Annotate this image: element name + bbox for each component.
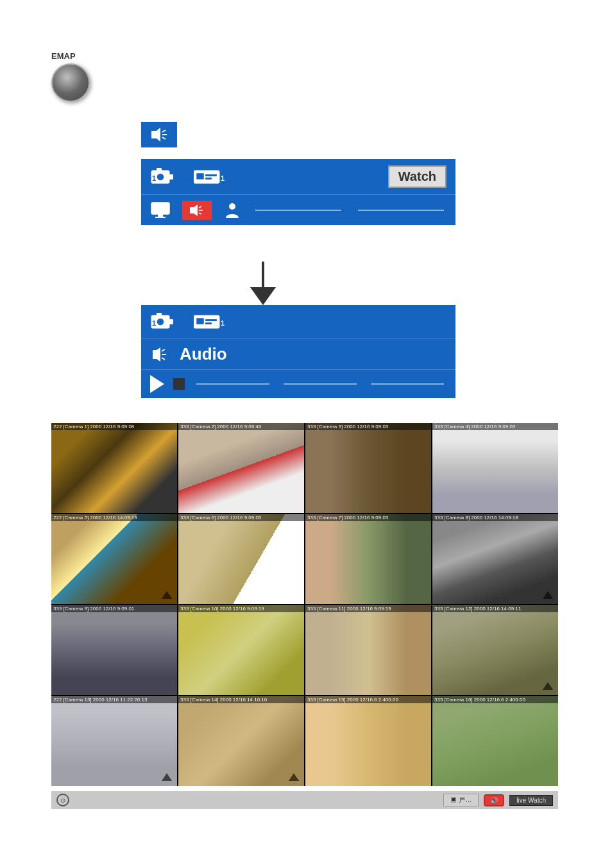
svg-line-20 xyxy=(199,206,201,208)
svg-text:1: 1 xyxy=(221,174,225,182)
panel-after: 1 1 Audio xyxy=(141,305,455,398)
play-icon[interactable] xyxy=(150,375,164,393)
arrow-shaft xyxy=(262,262,264,287)
camera-grid: 222 [Camera 1] 2000 12/16 9:09:08 333 [C… xyxy=(51,423,558,786)
emap-circle xyxy=(51,63,90,102)
cam-overlay-7: 333 [Camera 7] 2000 12/16 9:09:03 xyxy=(305,514,431,521)
svg-rect-30 xyxy=(196,318,204,324)
stop-icon[interactable] xyxy=(173,378,185,390)
svg-line-2 xyxy=(162,130,166,132)
camera-cell-9[interactable]: 333 [Camera 9] 2000 12/16 9:09:01 xyxy=(51,605,177,695)
panel-row2 xyxy=(141,194,455,225)
svg-text:1: 1 xyxy=(152,319,156,327)
dvr-icon-before: 1 xyxy=(194,168,227,186)
svg-rect-12 xyxy=(205,174,217,176)
cam-overlay-3: 333 [Camera 3] 2000 12/16 9:09:03 xyxy=(305,423,431,430)
dvr-icon-after: 1 xyxy=(194,313,227,331)
tri-marker-8 xyxy=(543,591,553,599)
camera-cell-10[interactable]: 333 [Camera 10] 2000 12/16 9:09:19 xyxy=(178,605,304,695)
svg-rect-31 xyxy=(205,319,217,321)
camera-cell-6[interactable]: 333 [Camera 6] 2000 12/16 9:09:03 xyxy=(178,514,304,604)
emap-label: EMAP xyxy=(51,51,90,61)
svg-rect-27 xyxy=(169,319,173,324)
watch-button[interactable]: Watch xyxy=(388,165,446,188)
dash-line-1 xyxy=(255,210,341,211)
audio-icon-standalone xyxy=(141,122,177,147)
live-watch-btn[interactable]: live Watch xyxy=(509,795,553,806)
camera-cell-4[interactable]: 333 [Camera 4] 2000 12/16 9:09:03 xyxy=(432,423,558,513)
panel-after-row1: 1 1 xyxy=(141,305,455,338)
svg-rect-35 xyxy=(153,351,156,358)
svg-rect-1 xyxy=(151,132,155,137)
camera-icon-after: 1 xyxy=(150,312,174,332)
tri-marker-13 xyxy=(162,773,172,781)
dash-line-2 xyxy=(358,210,444,211)
camera-btn[interactable]: ▣ 戸… xyxy=(443,794,479,806)
camera-cell-7[interactable]: 333 [Camera 7] 2000 12/16 9:09:03 xyxy=(305,514,431,604)
speaker-icon-small xyxy=(187,203,207,217)
cam-overlay-12: 333 [Camera 12] 2000 12/16 14:09:11 xyxy=(432,605,558,612)
dash-after-3 xyxy=(371,383,444,385)
cam-overlay-4: 333 [Camera 4] 2000 12/16 9:09:03 xyxy=(432,423,558,430)
camera-cell-15[interactable]: 333 [Camera 15] 2000 12/16:6 2:400:00 xyxy=(305,696,431,786)
svg-rect-16 xyxy=(158,214,163,217)
cam-overlay-5: 222 [Camera 5] 2000 12/16 14:09:19 xyxy=(51,514,177,521)
camera-cell-3[interactable]: 333 [Camera 3] 2000 12/16 9:09:03 xyxy=(305,423,431,513)
speaker-icon xyxy=(148,126,171,144)
camera-cell-13[interactable]: 222 [Camera 13] 2000 12/16 11:22:26 13 xyxy=(51,696,177,786)
arrow-head xyxy=(250,287,276,305)
monitor-icon xyxy=(150,201,171,219)
svg-rect-15 xyxy=(151,203,169,214)
bottom-bar: ⊙ ▣ 戸… 🔊 live Watch xyxy=(51,791,558,809)
cam-overlay-14: 333 [Camera 14] 2000 12/16 14 10:10 xyxy=(178,696,304,703)
svg-text:1: 1 xyxy=(152,174,156,182)
camera-cell-2[interactable]: 333 [Camera 2] 2000 12/16 9:09:43 xyxy=(178,423,304,513)
svg-line-22 xyxy=(199,213,201,214)
emap-section: EMAP xyxy=(51,51,90,102)
audio-label: Audio xyxy=(180,344,227,364)
camera-cell-5[interactable]: 222 [Camera 5] 2000 12/16 14:09:19 xyxy=(51,514,177,604)
cam-overlay-16: 333 [Camera 16] 2000 12/16:6 2:400:00 xyxy=(432,696,558,703)
svg-rect-11 xyxy=(196,173,204,179)
cam-overlay-11: 333 [Camera 11] 2000 12/16 9:09:19 xyxy=(305,605,431,612)
cam-overlay-6: 333 [Camera 6] 2000 12/16 9:09:03 xyxy=(178,514,304,521)
cam-overlay-1: 222 [Camera 1] 2000 12/16 9:09:08 xyxy=(51,423,177,430)
svg-rect-13 xyxy=(205,178,212,179)
svg-line-36 xyxy=(162,349,165,351)
camera-cell-11[interactable]: 333 [Camera 11] 2000 12/16 9:09:19 xyxy=(305,605,431,695)
camera-cell-8[interactable]: 333 [Camera 8] 2000 12/16 14:09:18 xyxy=(432,514,558,604)
cam-overlay-10: 333 [Camera 10] 2000 12/16 9:09:19 xyxy=(178,605,304,612)
audio-icon-red[interactable] xyxy=(182,201,212,220)
svg-rect-7 xyxy=(157,168,162,171)
speaker-icon-after xyxy=(150,346,171,363)
cam-overlay-9: 333 [Camera 9] 2000 12/16 9:09:01 xyxy=(51,605,177,612)
tri-marker-14 xyxy=(289,773,299,781)
tri-marker-12 xyxy=(543,682,553,690)
svg-rect-8 xyxy=(169,174,173,179)
cam-overlay-13: 222 [Camera 13] 2000 12/16 11:22:26 13 xyxy=(51,696,177,703)
dash-after-1 xyxy=(196,383,269,385)
audio-btn[interactable]: 🔊 xyxy=(484,794,504,806)
cam-overlay-2: 333 [Camera 2] 2000 12/16 9:09:43 xyxy=(178,423,304,430)
camera-cell-1[interactable]: 222 [Camera 1] 2000 12/16 9:09:08 xyxy=(51,423,177,513)
dash-after-2 xyxy=(284,383,357,385)
panel-after-controls-row xyxy=(141,369,455,398)
svg-rect-19 xyxy=(190,208,193,212)
person-icon xyxy=(223,201,241,219)
camera-cell-14[interactable]: 333 [Camera 14] 2000 12/16 14 10:10 xyxy=(178,696,304,786)
audio-icon-box xyxy=(141,122,177,147)
svg-point-25 xyxy=(157,318,164,326)
lock-icon[interactable]: ⊙ xyxy=(56,794,69,806)
cam-overlay-15: 333 [Camera 15] 2000 12/16:6 2:400:00 xyxy=(305,696,431,703)
panel-before: 1 1 Watch xyxy=(141,159,455,225)
svg-rect-17 xyxy=(155,217,166,218)
camera-icon-before: 1 xyxy=(150,167,174,187)
cam-overlay-8: 333 [Camera 8] 2000 12/16 14:09:18 xyxy=(432,514,558,521)
panel-row1: 1 1 Watch xyxy=(141,159,455,194)
svg-text:1: 1 xyxy=(221,319,225,327)
tri-marker-5 xyxy=(162,591,172,599)
svg-point-23 xyxy=(229,203,235,210)
camera-cell-12[interactable]: 333 [Camera 12] 2000 12/16 14:09:11 xyxy=(432,605,558,695)
svg-line-4 xyxy=(162,137,166,139)
camera-cell-16[interactable]: 333 [Camera 16] 2000 12/16:6 2:400:00 xyxy=(432,696,558,786)
